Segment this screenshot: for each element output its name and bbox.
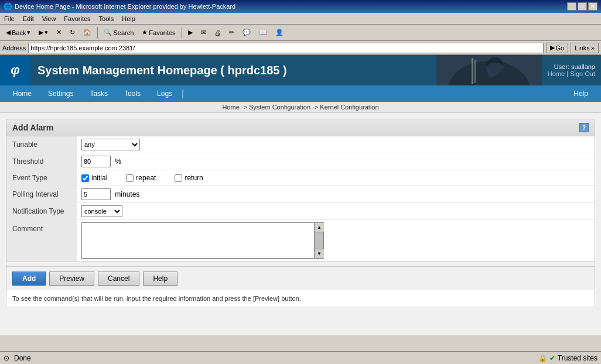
comment-value-cell: ▲ ▼ (77, 220, 595, 262)
svg-rect-3 (474, 60, 476, 83)
home-link[interactable]: Home (548, 70, 565, 77)
research-button[interactable]: 📖 (255, 26, 271, 39)
notification-select[interactable]: console email snmp (81, 205, 122, 217)
panel-help-button[interactable]: ? (579, 123, 589, 132)
toolbar-sep-2 (182, 27, 182, 39)
nav-help[interactable]: Help (565, 85, 596, 102)
polling-unit: minutes (115, 190, 139, 198)
address-label: Address (2, 44, 26, 51)
preview-button[interactable]: Preview (49, 272, 94, 286)
links-chevron-icon: » (591, 44, 595, 51)
mail-button[interactable]: ✉ (197, 26, 210, 39)
favorites-button[interactable]: ★ Favorites (138, 26, 179, 39)
polling-input[interactable] (81, 188, 111, 200)
panel-separator (6, 262, 595, 266)
search-button[interactable]: 🔍 Search (100, 26, 137, 39)
add-button[interactable]: Add (12, 272, 46, 286)
scroll-down-btn[interactable]: ▼ (315, 249, 324, 258)
discuss-button[interactable]: 💬 (239, 26, 254, 39)
menu-help[interactable]: Help (120, 15, 137, 23)
hp-logo-text: φ (11, 63, 19, 78)
add-alarm-panel: Add Alarm ? Tunable any Threshold (6, 119, 595, 307)
links-button[interactable]: Links » (571, 43, 599, 53)
back-dropdown-icon: ▾ (27, 29, 30, 36)
toolbar: ◀ Back ▾ ▶ ▾ ✕ ↻ 🏠 🔍 Search ★ Favorites … (0, 25, 601, 41)
maximize-btn[interactable]: □ (578, 2, 587, 11)
comment-row: Comment ▲ ▼ (6, 220, 595, 262)
comment-textarea[interactable] (82, 223, 314, 258)
threshold-label: Threshold (6, 153, 77, 170)
help-button[interactable]: Help (143, 272, 177, 286)
event-repeat-text: repeat (136, 174, 156, 182)
back-label: Back (12, 29, 26, 36)
event-repeat-label[interactable]: repeat (126, 174, 156, 182)
event-type-row: Event Type initial repeat (6, 170, 595, 186)
threshold-input[interactable] (81, 156, 111, 167)
toolbar-sep-1 (97, 27, 98, 39)
nav-tasks[interactable]: Tasks (81, 85, 116, 102)
nav-home[interactable]: Home (5, 85, 40, 102)
edit-icon: ✏ (229, 29, 234, 36)
messenger-icon: 👤 (275, 29, 284, 36)
event-repeat-checkbox[interactable] (126, 174, 134, 182)
tunable-row: Tunable any (6, 136, 595, 153)
refresh-button[interactable]: ↻ (66, 26, 78, 39)
home-button[interactable]: 🏠 (80, 26, 95, 39)
user-info: User: suallanp Home | Sign Out (542, 61, 601, 80)
event-type-label: Event Type (6, 170, 77, 186)
cancel-button[interactable]: Cancel (98, 272, 139, 286)
star-icon: ★ (142, 29, 148, 36)
messenger-button[interactable]: 👤 (272, 26, 287, 39)
menu-bar: File Edit View Favorites Tools Help (0, 13, 601, 25)
event-return-label[interactable]: return (175, 174, 203, 182)
panel-title: Add Alarm (12, 123, 53, 132)
window-title: Device Home Page - Microsoft Internet Ex… (15, 3, 235, 10)
nav-bar: Home Settings Tasks Tools Logs | Help (0, 85, 601, 102)
hp-logo: φ (0, 55, 30, 85)
event-initial-checkbox[interactable] (81, 174, 89, 182)
nav-tools[interactable]: Tools (116, 85, 149, 102)
panel-header: Add Alarm ? (6, 119, 595, 136)
research-icon: 📖 (259, 29, 267, 36)
favorites-label: Favorites (149, 29, 175, 36)
close-btn[interactable]: ✕ (588, 2, 597, 11)
nav-logs[interactable]: Logs (149, 85, 180, 102)
menu-file[interactable]: File (2, 15, 16, 23)
forward-button[interactable]: ▶ ▾ (35, 26, 52, 39)
event-return-checkbox[interactable] (175, 174, 182, 182)
nav-settings[interactable]: Settings (40, 85, 81, 102)
polling-value-cell: minutes (77, 186, 595, 203)
media-icon: ▶ (188, 29, 193, 36)
print-icon: 🖨 (214, 29, 221, 36)
back-button[interactable]: ◀ Back ▾ (2, 26, 34, 39)
tunable-select[interactable]: any (81, 139, 140, 150)
banner-title: System Management Homepage ( hprdc185 ) (30, 64, 436, 77)
scroll-up-btn[interactable]: ▲ (315, 223, 324, 232)
title-bar: 🌐 Device Home Page - Microsoft Internet … (0, 0, 601, 13)
comment-label: Comment (6, 220, 77, 262)
main-content: Add Alarm ? Tunable any Threshold (0, 113, 601, 335)
menu-tools[interactable]: Tools (97, 15, 116, 23)
media-button[interactable]: ▶ (185, 26, 196, 39)
threshold-value-cell: % (77, 153, 595, 170)
discuss-icon: 💬 (243, 29, 251, 36)
edit-button[interactable]: ✏ (226, 26, 238, 39)
stop-icon: ✕ (56, 29, 62, 36)
polling-label: Polling Interval (6, 186, 77, 203)
search-icon: 🔍 (104, 29, 112, 36)
signout-link[interactable]: Sign Out (570, 70, 595, 77)
address-bar: Address ▶ Go Links » (0, 41, 601, 55)
minimize-btn[interactable]: _ (567, 2, 576, 11)
hint-text: To see the command(s) that will be run, … (6, 293, 595, 307)
address-input[interactable] (28, 43, 543, 53)
event-return-text: return (185, 174, 203, 182)
mail-icon: ✉ (201, 29, 206, 36)
breadcrumb-text: Home -> System Configuration -> Kernel C… (222, 104, 378, 111)
event-initial-label[interactable]: initial (81, 174, 107, 182)
stop-button[interactable]: ✕ (53, 26, 65, 39)
menu-edit[interactable]: Edit (21, 15, 36, 23)
print-button[interactable]: 🖨 (211, 26, 224, 39)
go-button[interactable]: ▶ Go (546, 43, 569, 53)
menu-favorites[interactable]: Favorites (62, 15, 92, 23)
menu-view[interactable]: View (40, 15, 58, 23)
